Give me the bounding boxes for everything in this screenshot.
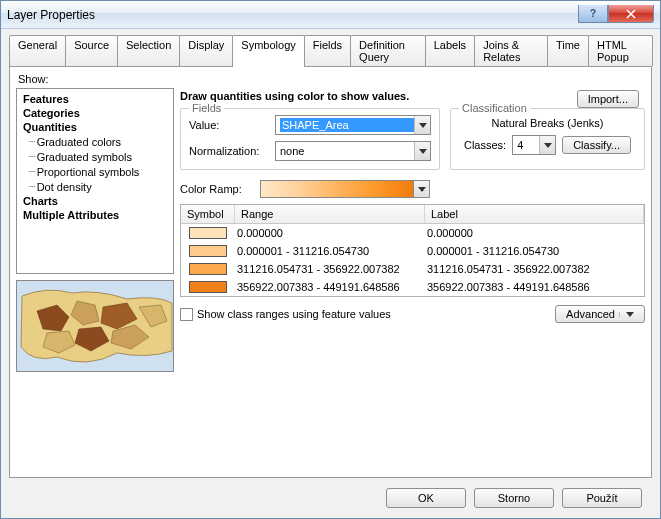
classify-button[interactable]: Classify...: [562, 136, 631, 154]
chevron-down-icon: [539, 136, 555, 154]
tab-symbology[interactable]: Symbology: [232, 35, 304, 67]
normalization-dropdown[interactable]: none: [275, 141, 431, 161]
panel-columns: Features Categories Quantities ┈Graduate…: [16, 88, 645, 471]
tree-categories[interactable]: Categories: [19, 106, 171, 120]
show-label: Show:: [18, 73, 645, 85]
window-title: Layer Properties: [7, 8, 578, 22]
value-field-text: SHAPE_Area: [280, 118, 414, 132]
help-button[interactable]: ?: [578, 5, 608, 23]
tab-panel: Show: Features Categories Quantities ┈Gr…: [9, 66, 652, 478]
layer-properties-window: Layer Properties ? GeneralSourceSelectio…: [0, 0, 661, 519]
chevron-down-icon: [619, 312, 634, 317]
tree-item-dot-density[interactable]: ┈Dot density: [19, 179, 171, 194]
tree-item-graduated-symbols[interactable]: ┈Graduated symbols: [19, 149, 171, 164]
value-field-dropdown[interactable]: SHAPE_Area: [275, 115, 431, 135]
advanced-row: Show class ranges using feature values A…: [180, 305, 645, 323]
chevron-down-icon: [414, 180, 430, 198]
classification-method: Natural Breaks (Jenks): [459, 115, 636, 135]
normalization-text: none: [280, 145, 414, 157]
range-cell: 311216.054731 - 356922.007382: [235, 263, 425, 275]
tab-selection[interactable]: Selection: [117, 35, 180, 66]
label-cell: 0.000000: [425, 227, 644, 239]
tab-general[interactable]: General: [9, 35, 66, 66]
fields-legend: Fields: [189, 102, 224, 114]
classes-label: Classes:: [464, 139, 506, 151]
tree-features[interactable]: Features: [19, 92, 171, 106]
tab-labels[interactable]: Labels: [425, 35, 475, 66]
symbol-swatch: [189, 281, 227, 293]
grid-body: 0.0000000.0000000.000001 - 311216.054730…: [181, 224, 644, 296]
fields-classification-row: Fields Value: SHAPE_Area Normalization:: [180, 108, 645, 170]
show-ranges-label: Show class ranges using feature values: [197, 308, 391, 320]
symbol-swatch: [189, 263, 227, 275]
ok-button[interactable]: OK: [386, 488, 466, 508]
close-button[interactable]: [608, 5, 654, 23]
tree-item-graduated-colors[interactable]: ┈Graduated colors: [19, 134, 171, 149]
label-cell: 311216.054731 - 356922.007382: [425, 263, 644, 275]
tab-html-popup[interactable]: HTML Popup: [588, 35, 653, 66]
renderer-tree[interactable]: Features Categories Quantities ┈Graduate…: [16, 88, 174, 274]
value-label: Value:: [189, 119, 269, 131]
classification-legend: Classification: [459, 102, 530, 114]
class-grid[interactable]: Symbol Range Label 0.0000000.0000000.000…: [180, 204, 645, 297]
tab-fields[interactable]: Fields: [304, 35, 351, 66]
classes-count-text: 4: [517, 139, 539, 151]
right-column: Draw quantities using color to show valu…: [180, 88, 645, 471]
tab-time[interactable]: Time: [547, 35, 589, 66]
grid-row[interactable]: 0.000001 - 311216.0547300.000001 - 31121…: [181, 242, 644, 260]
titlebar: Layer Properties ?: [1, 1, 660, 29]
symbol-swatch: [189, 245, 227, 257]
label-cell: 0.000001 - 311216.054730: [425, 245, 644, 257]
preview-thumbnail: [16, 280, 174, 372]
color-ramp-dropdown[interactable]: [260, 180, 430, 198]
close-icon: [626, 9, 636, 19]
normalization-label: Normalization:: [189, 145, 269, 157]
tree-item-proportional-symbols[interactable]: ┈Proportional symbols: [19, 164, 171, 179]
classes-count-dropdown[interactable]: 4: [512, 135, 556, 155]
fields-group: Fields Value: SHAPE_Area Normalization:: [180, 108, 440, 170]
cancel-button[interactable]: Storno: [474, 488, 554, 508]
label-cell: 356922.007383 - 449191.648586: [425, 281, 644, 293]
dialog-buttons: OK Storno Použít: [9, 478, 652, 508]
window-buttons: ?: [578, 5, 654, 23]
color-ramp-label: Color Ramp:: [180, 183, 254, 195]
symbol-swatch: [189, 227, 227, 239]
left-column: Features Categories Quantities ┈Graduate…: [16, 88, 174, 471]
show-ranges-checkbox[interactable]: [180, 308, 193, 321]
range-cell: 0.000000: [235, 227, 425, 239]
classification-group: Classification Natural Breaks (Jenks) Cl…: [450, 108, 645, 170]
grid-header: Symbol Range Label: [181, 205, 644, 224]
tab-definition-query[interactable]: Definition Query: [350, 35, 426, 66]
advanced-button-label: Advanced: [566, 308, 615, 320]
chevron-down-icon: [414, 142, 430, 160]
tab-source[interactable]: Source: [65, 35, 118, 66]
tree-charts[interactable]: Charts: [19, 194, 171, 208]
tab-display[interactable]: Display: [179, 35, 233, 66]
tree-quantities[interactable]: Quantities: [19, 120, 171, 134]
col-symbol[interactable]: Symbol: [181, 205, 235, 223]
color-ramp-swatch: [260, 180, 414, 198]
import-button[interactable]: Import...: [577, 90, 639, 108]
tab-joins-relates[interactable]: Joins & Relates: [474, 35, 548, 66]
col-label[interactable]: Label: [425, 205, 644, 223]
col-range[interactable]: Range: [235, 205, 425, 223]
range-cell: 0.000001 - 311216.054730: [235, 245, 425, 257]
tree-multiple-attributes[interactable]: Multiple Attributes: [19, 208, 171, 222]
range-cell: 356922.007383 - 449191.648586: [235, 281, 425, 293]
grid-row[interactable]: 0.0000000.000000: [181, 224, 644, 242]
grid-row[interactable]: 311216.054731 - 356922.007382311216.0547…: [181, 260, 644, 278]
dialog-body: GeneralSourceSelectionDisplaySymbologyFi…: [1, 29, 660, 518]
advanced-button[interactable]: Advanced: [555, 305, 645, 323]
grid-row[interactable]: 356922.007383 - 449191.648586356922.0073…: [181, 278, 644, 296]
panel-heading: Draw quantities using color to show valu…: [180, 88, 645, 108]
tab-strip: GeneralSourceSelectionDisplaySymbologyFi…: [9, 35, 652, 66]
apply-button[interactable]: Použít: [562, 488, 642, 508]
chevron-down-icon: [414, 116, 430, 134]
